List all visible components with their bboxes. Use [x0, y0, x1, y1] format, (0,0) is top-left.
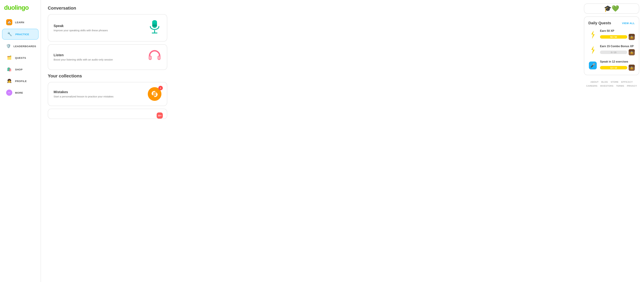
mistakes-icon-wrap: 1 [148, 87, 162, 101]
speak-progress-label: 12 / 12 [600, 66, 627, 69]
earn-xp-progress-bg: 50 / 50 [600, 35, 627, 39]
shop-icon [6, 66, 12, 72]
mistakes-badge: 1 [158, 86, 163, 90]
quest-speak-content: Speak in 12 exercises 12 / 12 [600, 60, 635, 71]
speak-progress-bg: 12 / 12 [600, 66, 627, 69]
earn-xp-progress: 50 / 50 [600, 34, 635, 40]
combo-progress: 0 / 15 [600, 49, 635, 55]
speak-card-title: Speak [54, 24, 108, 28]
sidebar-item-label: SHOP [15, 68, 23, 71]
earn-xp-progress-label: 50 / 50 [600, 36, 627, 38]
sidebar-item-shop[interactable]: SHOP [2, 64, 38, 75]
sidebar-item-label: QUESTS [15, 56, 26, 59]
sidebar-item-leaderboards[interactable]: LEADERBOARDS [2, 41, 38, 51]
speak-progress-fill: 12 / 12 [600, 66, 627, 69]
listen-card-title: Listen [54, 53, 113, 57]
footer-link-careers[interactable]: CAREERS [586, 85, 598, 87]
speak-card-icon [148, 19, 162, 36]
listen-card-desc: Boost your listening skills with an audi… [54, 58, 113, 61]
practice-icon [6, 31, 13, 37]
chest-icon-1 [629, 34, 635, 40]
footer-link-privacy[interactable]: PRIVACY [627, 85, 637, 87]
mistakes-card[interactable]: Mistakes Start a personalized lesson to … [48, 82, 167, 106]
footer-link-store[interactable]: STORE [611, 81, 618, 83]
sidebar-item-more[interactable]: MORE [2, 87, 38, 98]
learn-icon [6, 19, 12, 25]
mistakes-card-content: Mistakes Start a personalized lesson to … [54, 90, 114, 98]
bolt-icon-2 [588, 46, 597, 55]
more-icon [6, 90, 12, 96]
collections-section-title: Your collections [48, 73, 572, 79]
svg-marker-12 [592, 46, 594, 54]
quest-item-combo: Earn 15 Combo Bonus XP 0 / 15 [588, 45, 635, 55]
conversation-section-title: Conversation [48, 6, 572, 11]
sidebar: duolingo LEARN PRACTICE LEADERBOARDS QUE… [0, 0, 41, 282]
top-partial-card: 🎓💚 [584, 4, 639, 14]
speak-card-content: Speak Improve your speaking skills with … [54, 24, 108, 32]
footer-link-about[interactable]: ABOUT [590, 81, 598, 83]
listen-card-icon [148, 49, 162, 65]
sidebar-item-label: PRACTICE [15, 33, 29, 36]
view-all-button[interactable]: VIEW ALL [622, 22, 635, 25]
sidebar-item-label: LEARN [15, 21, 24, 24]
top-card-emoji: 🎓💚 [604, 5, 619, 12]
right-sidebar: 🎓💚 Daily Quests VIEW ALL Earn 50 XP 50 /… [579, 0, 644, 282]
svg-rect-9 [149, 56, 151, 59]
quest-speak-title: Speak in 12 exercises [600, 60, 635, 63]
mistakes-card-title: Mistakes [54, 90, 114, 94]
sidebar-item-practice[interactable]: PRACTICE [2, 29, 38, 40]
quest-earn-xp-title: Earn 50 XP [600, 29, 635, 33]
speak-card[interactable]: Speak Improve your speaking skills with … [48, 14, 167, 42]
quests-icon [6, 55, 12, 61]
sidebar-item-quests[interactable]: QUESTS [2, 53, 38, 63]
sidebar-item-learn[interactable]: LEARN [2, 17, 38, 27]
second-card-badge: 30+ [157, 112, 163, 119]
second-collection-card[interactable]: 30+ [48, 109, 167, 119]
svg-marker-11 [592, 31, 594, 39]
svg-rect-4 [152, 25, 157, 26]
daily-quests-title: Daily Quests [588, 21, 611, 25]
footer-link-efficacy[interactable]: EFFICACY [621, 81, 633, 83]
profile-icon [6, 78, 12, 84]
mic-quest-icon: 🎤 [588, 61, 597, 70]
mic-quest-icon-circle: 🎤 [589, 62, 597, 69]
main-content: Conversation Speak Improve your speaking… [41, 0, 579, 282]
footer-link-terms[interactable]: TERMS [616, 85, 624, 87]
sidebar-item-label: PROFILE [15, 80, 27, 83]
earn-xp-progress-fill: 50 / 50 [600, 35, 627, 39]
chest-icon-3 [629, 65, 635, 71]
daily-quests-box: Daily Quests VIEW ALL Earn 50 XP 50 / 50 [584, 17, 639, 75]
chest-icon-2 [629, 49, 635, 55]
logo: duolingo [0, 4, 40, 16]
quest-combo-title: Earn 15 Combo Bonus XP [600, 45, 635, 48]
logo-text: duolingo [4, 4, 29, 11]
sidebar-item-label: LEADERBOARDS [14, 45, 36, 48]
sidebar-item-label: MORE [15, 91, 23, 94]
quest-item-speak: 🎤 Speak in 12 exercises 12 / 12 [588, 60, 635, 71]
quest-earn-xp-content: Earn 50 XP 50 / 50 [600, 29, 635, 40]
combo-progress-label: 0 / 15 [600, 51, 627, 54]
quest-combo-content: Earn 15 Combo Bonus XP 0 / 15 [600, 45, 635, 55]
listen-card-content: Listen Boost your listening skills with … [54, 53, 113, 61]
leaderboards-icon [6, 43, 11, 49]
footer-links: ABOUT BLOG STORE EFFICACY CAREERS INVEST… [584, 81, 639, 87]
footer-link-investors[interactable]: INVESTORS [600, 85, 614, 87]
quest-item-earn-xp: Earn 50 XP 50 / 50 [588, 29, 635, 40]
footer-link-blog[interactable]: BLOG [601, 81, 608, 83]
speak-progress: 12 / 12 [600, 65, 635, 71]
combo-progress-bg: 0 / 15 [600, 51, 627, 54]
listen-card[interactable]: Listen Boost your listening skills with … [48, 44, 167, 70]
sidebar-item-profile[interactable]: PROFILE [2, 76, 38, 86]
speak-card-desc: Improve your speaking skills with these … [54, 29, 108, 32]
bolt-icon-1 [588, 30, 597, 39]
svg-rect-10 [158, 56, 160, 59]
svg-rect-1 [152, 20, 157, 24]
daily-quests-header: Daily Quests VIEW ALL [588, 21, 635, 25]
mistakes-card-desc: Start a personalized lesson to practice … [54, 95, 114, 98]
